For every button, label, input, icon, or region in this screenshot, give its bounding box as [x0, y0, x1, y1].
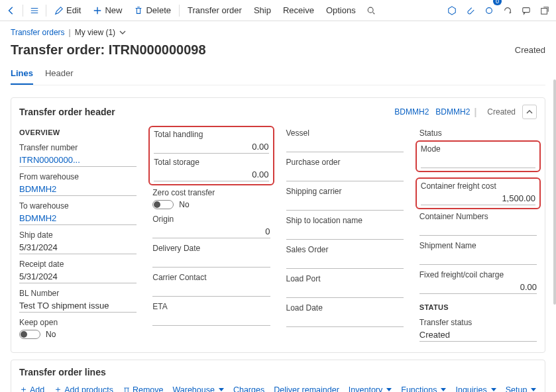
header-link-1[interactable]: BDMMH2 — [394, 107, 429, 117]
total-storage-value[interactable]: 0.00 — [154, 168, 268, 181]
app-icon-1[interactable] — [443, 0, 461, 21]
container-numbers-label: Container Numbers — [419, 212, 537, 221]
container-freight-value[interactable]: 1,500.00 — [421, 192, 535, 205]
header-card: Transfer order header BDMMH2 BDMMH2 | Cr… — [11, 97, 545, 353]
lines-deliver-remainder[interactable]: Deliver remainder — [274, 385, 339, 393]
keep-open-text: No — [46, 330, 56, 339]
delivery-date-label: Delivery Date — [152, 244, 270, 253]
zero-cost-switch[interactable]: No — [152, 200, 270, 209]
lines-remove[interactable]: Remove — [123, 385, 164, 393]
back-button[interactable] — [3, 0, 20, 21]
shipment-name-label: Shipment Name — [419, 241, 537, 250]
ship-to-loc-label: Ship to location name — [286, 216, 404, 225]
lines-functions[interactable]: Functions — [401, 385, 446, 393]
overview-section: OVERVIEW — [19, 128, 137, 136]
total-handling-value[interactable]: 0.00 — [154, 140, 268, 154]
purchase-order-label: Purchase order — [286, 158, 404, 167]
refresh-icon[interactable] — [499, 0, 516, 21]
breadcrumb: Transfer orders | My view (1) — [11, 28, 545, 37]
container-numbers-value[interactable] — [419, 222, 537, 236]
sales-order-value[interactable] — [286, 256, 404, 269]
origin-label: Origin — [152, 215, 270, 224]
search-button[interactable] — [362, 0, 380, 21]
chevron-down-icon — [119, 29, 126, 36]
lines-warehouse[interactable]: Warehouse — [172, 385, 223, 393]
carrier-contact-value[interactable] — [152, 283, 270, 297]
lines-card-title: Transfer order lines — [11, 360, 545, 380]
delete-button[interactable]: Delete — [129, 0, 176, 21]
tab-receive[interactable]: Receive — [278, 0, 319, 21]
transfer-number-value[interactable]: ITRN0000000... — [19, 154, 137, 167]
total-handling-label: Total handling — [154, 130, 268, 139]
keep-open-switch[interactable]: No — [19, 330, 137, 339]
vessel-value[interactable] — [286, 139, 404, 152]
column-3: Vessel Purchase order Shipping carrier S… — [286, 128, 404, 342]
load-port-value[interactable] — [286, 285, 404, 298]
eta-value[interactable] — [152, 313, 270, 326]
list-icon[interactable] — [26, 0, 43, 21]
header-link-2[interactable]: BDMMH2 — [435, 107, 470, 117]
breadcrumb-root[interactable]: Transfer orders — [11, 28, 65, 37]
shipment-name-value[interactable] — [419, 252, 537, 265]
tab-lines[interactable]: Lines — [11, 64, 33, 85]
to-warehouse-label: To warehouse — [19, 201, 137, 211]
sales-order-label: Sales Order — [286, 245, 404, 254]
shipping-carrier-value[interactable] — [286, 197, 404, 211]
new-button[interactable]: New — [87, 0, 127, 21]
bl-number-value[interactable]: Test TO shipment issue — [19, 299, 137, 313]
svg-point-1 — [486, 7, 492, 13]
status-section: STATUS — [419, 303, 537, 311]
action-bar: Edit New Delete Transfer order Ship Rece… — [0, 0, 556, 21]
lines-charges[interactable]: Charges — [233, 385, 264, 393]
delivery-date-value[interactable] — [152, 254, 270, 268]
svg-rect-3 — [541, 8, 547, 14]
scrollbar[interactable] — [553, 79, 556, 305]
tab-options[interactable]: Options — [321, 0, 361, 21]
origin-value[interactable]: 0 — [152, 225, 270, 238]
load-date-value[interactable] — [286, 314, 404, 327]
carrier-contact-label: Carrier Contact — [152, 273, 270, 282]
to-warehouse-value[interactable]: BDMMH2 — [19, 212, 137, 225]
zero-cost-label: Zero cost transfer — [152, 188, 270, 197]
from-warehouse-value[interactable]: BDMMH2 — [19, 183, 137, 196]
lines-card: Transfer order lines ＋Add ＋Add products … — [11, 360, 545, 392]
lines-add-products[interactable]: ＋Add products — [54, 384, 113, 392]
purchase-order-value[interactable] — [286, 168, 404, 181]
vessel-label: Vessel — [286, 128, 404, 138]
lines-inventory[interactable]: Inventory — [349, 385, 392, 393]
header-status: Created — [487, 107, 516, 117]
lines-add[interactable]: ＋Add — [19, 384, 44, 392]
edit-button[interactable]: Edit — [49, 0, 86, 21]
lines-setup[interactable]: Setup — [506, 385, 537, 393]
fixed-freight-label: Fixed freight/coil charge — [419, 270, 537, 279]
status-label: Status — [419, 128, 537, 138]
chat-icon[interactable] — [518, 0, 535, 21]
tab-ship[interactable]: Ship — [249, 0, 276, 21]
receipt-date-value[interactable]: 5/31/2024 — [19, 270, 137, 283]
mode-value[interactable] — [421, 155, 535, 168]
load-date-label: Load Date — [286, 303, 404, 313]
tab-header[interactable]: Header — [45, 64, 74, 85]
popout-icon[interactable] — [536, 0, 553, 21]
page-status: Created — [515, 45, 545, 55]
shipping-carrier-label: Shipping carrier — [286, 187, 404, 196]
bl-number-label: BL Number — [19, 289, 137, 298]
page-title: Transfer order: ITRN000000098 — [11, 42, 206, 58]
attachments-icon[interactable] — [462, 0, 479, 21]
collapse-button[interactable] — [522, 105, 537, 119]
breadcrumb-view[interactable]: My view (1) — [75, 28, 115, 37]
lines-inquiries[interactable]: Inquiries — [455, 385, 496, 393]
ship-date-value[interactable]: 5/31/2024 — [19, 241, 137, 254]
from-warehouse-label: From warehouse — [19, 172, 137, 181]
keep-open-label: Keep open — [19, 318, 137, 327]
total-storage-label: Total storage — [154, 158, 268, 167]
fixed-freight-value[interactable]: 0.00 — [419, 281, 537, 294]
page-head: Transfer orders | My view (1) Transfer o… — [0, 21, 556, 89]
transfer-status-value[interactable]: Created — [419, 328, 537, 342]
svg-point-0 — [368, 7, 373, 13]
ship-to-loc-value[interactable] — [286, 226, 404, 240]
notifications-icon[interactable]: 0 — [480, 0, 498, 21]
overview-column: OVERVIEW Transfer number ITRN0000000... … — [19, 128, 137, 342]
tab-transfer-order[interactable]: Transfer order — [182, 0, 247, 21]
column-4: Status Mode Container freight cost 1,500… — [419, 128, 537, 342]
